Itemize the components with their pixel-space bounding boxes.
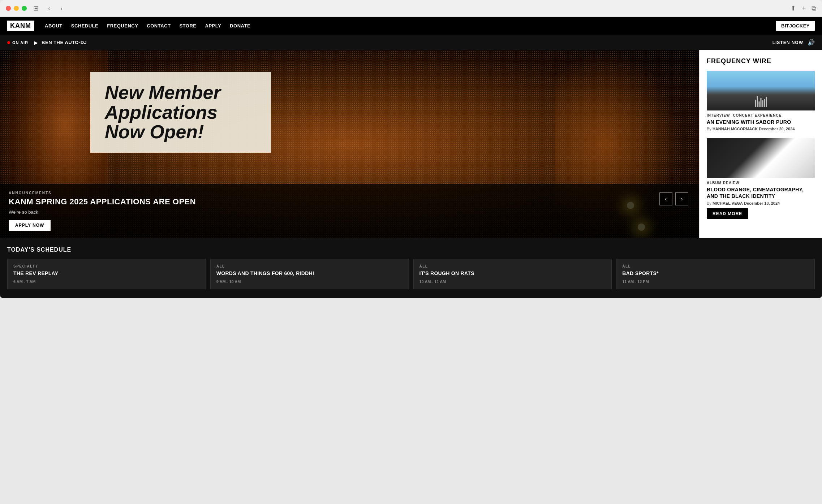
nav-contact[interactable]: CONTACT	[147, 23, 171, 29]
nav-apply[interactable]: APPLY	[205, 23, 221, 29]
current-show: BEN THE AUTO-DJ	[42, 40, 87, 45]
listen-now-link[interactable]: LISTEN NOW	[772, 40, 803, 45]
article-2-image	[707, 138, 815, 178]
hero-section: New Member Applications Now Open! ANNOUN…	[0, 50, 699, 238]
article-1-image	[707, 71, 815, 110]
schedule-card-3-title[interactable]: IT'S ROUGH ON RATS	[419, 270, 606, 277]
article-2-tag-1: ALBUM REVIEW	[707, 181, 739, 185]
article-1-tag-2: CONCERT EXPERIENCE	[733, 113, 782, 117]
article-2-tags: ALBUM REVIEW	[707, 181, 815, 185]
schedule-card-1: SPECIALTY THE REV REPLAY 6 AM - 7 AM	[7, 259, 206, 289]
logo-text: KANM	[10, 22, 31, 30]
maximize-button[interactable]	[22, 6, 27, 11]
schedule-card-1-title[interactable]: THE REV REPLAY	[13, 270, 200, 277]
on-air-label: ON AIR	[12, 40, 28, 45]
schedule-grid: SPECIALTY THE REV REPLAY 6 AM - 7 AM ALL…	[7, 259, 815, 289]
on-air-badge: ON AIR	[7, 40, 28, 45]
frequency-wire-sidebar: FREQUENCY WIRE	[699, 50, 822, 238]
website: KANM ABOUT SCHEDULE FREQUENCY CONTACT ST…	[0, 17, 822, 298]
tabs-button[interactable]: ⧉	[812, 5, 816, 12]
nav-store[interactable]: STORE	[179, 23, 196, 29]
schedule-card-3-time: 10 AM - 11 AM	[419, 279, 606, 284]
hero-title: KANM SPRING 2025 APPLICATIONS ARE OPEN	[9, 197, 690, 207]
hero-category: ANNOUNCEMENTS	[9, 191, 690, 195]
hero-prev-button[interactable]: ‹	[659, 192, 672, 205]
member-app-heading: New Member Applications Now Open!	[105, 83, 257, 142]
forward-button[interactable]: ›	[57, 4, 65, 13]
new-tab-button[interactable]: +	[802, 5, 806, 12]
schedule-card-2: ALL WORDS AND THINGS FOR 600, RIDDHI 9 A…	[210, 259, 409, 289]
close-button[interactable]	[6, 6, 11, 11]
article-1-tag-1: INTERVIEW	[707, 113, 730, 117]
back-button[interactable]: ‹	[45, 4, 53, 13]
header-right: BITJOCKEY	[776, 21, 815, 31]
browser-chrome: ⊞ ‹ › ⬆ + ⧉	[0, 0, 822, 17]
traffic-lights	[6, 6, 27, 11]
browser-controls: ⊞ ‹ › ⬆ + ⧉	[6, 4, 816, 17]
hero-subtitle: We're so back.	[9, 209, 690, 215]
schedule-card-3: ALL IT'S ROUGH ON RATS 10 AM - 11 AM	[413, 259, 612, 289]
schedule-card-2-time: 9 AM - 10 AM	[216, 279, 403, 284]
nav-about[interactable]: ABOUT	[45, 23, 63, 29]
read-more-button[interactable]: READ MORE	[707, 208, 748, 219]
schedule-card-4: ALL BAD SPORTS* 11 AM - 12 PM	[616, 259, 815, 289]
concert-image	[707, 71, 815, 110]
schedule-card-2-type: ALL	[216, 264, 403, 268]
schedule-card-4-title[interactable]: BAD SPORTS*	[622, 270, 809, 277]
browser-right-controls: ⬆ + ⧉	[791, 4, 816, 12]
on-air-bar: ON AIR ▶ BEN THE AUTO-DJ LISTEN NOW 🔊	[0, 35, 822, 50]
article-1-title[interactable]: AN EVENING WITH SABOR PURO	[707, 119, 815, 125]
schedule-title: TODAY'S SCHEDULE	[7, 247, 815, 253]
schedule-card-4-time: 11 AM - 12 PM	[622, 279, 809, 284]
nav-schedule[interactable]: SCHEDULE	[71, 23, 99, 29]
site-header: KANM ABOUT SCHEDULE FREQUENCY CONTACT ST…	[0, 17, 822, 35]
frequency-wire-article-2: ALBUM REVIEW BLOOD ORANGE, CINEMATOGRAPH…	[707, 138, 815, 219]
article-2-byline: By MICHAEL VEGA December 13, 2024	[707, 201, 815, 205]
article-2-title[interactable]: BLOOD ORANGE, CINEMATOGRAPHY, AND THE BL…	[707, 186, 815, 199]
share-button[interactable]: ⬆	[791, 4, 796, 12]
paper-image	[707, 138, 815, 178]
member-app-box: New Member Applications Now Open!	[90, 72, 271, 153]
play-button[interactable]: ▶	[34, 40, 38, 45]
site-logo[interactable]: KANM	[7, 21, 34, 31]
bitjockey-button[interactable]: BITJOCKEY	[776, 21, 815, 31]
schedule-section: TODAY'S SCHEDULE SPECIALTY THE REV REPLA…	[0, 238, 822, 298]
nav-frequency[interactable]: FREQUENCY	[107, 23, 138, 29]
schedule-card-2-title[interactable]: WORDS AND THINGS FOR 600, RIDDHI	[216, 270, 403, 277]
main-content: New Member Applications Now Open! ANNOUN…	[0, 50, 822, 238]
stage-visualization	[755, 96, 767, 107]
schedule-card-1-time: 6 AM - 7 AM	[13, 279, 200, 284]
article-1-byline: By HANNAH MCCORMACK December 20, 2024	[707, 127, 815, 131]
schedule-card-4-type: ALL	[622, 264, 809, 268]
hero-nav: ‹ ›	[659, 192, 688, 205]
article-1-tags: INTERVIEW CONCERT EXPERIENCE	[707, 113, 815, 117]
frequency-wire-article-1: INTERVIEW CONCERT EXPERIENCE AN EVENING …	[707, 71, 815, 131]
hero-caption: ANNOUNCEMENTS KANM SPRING 2025 APPLICATI…	[0, 184, 699, 238]
nav-donate[interactable]: DONATE	[230, 23, 250, 29]
volume-icon[interactable]: 🔊	[808, 39, 815, 46]
frequency-wire-title: FREQUENCY WIRE	[707, 57, 815, 65]
schedule-card-1-type: SPECIALTY	[13, 264, 200, 268]
apply-now-button[interactable]: APPLY NOW	[9, 220, 51, 231]
main-nav: ABOUT SCHEDULE FREQUENCY CONTACT STORE A…	[45, 23, 250, 29]
hero-next-button[interactable]: ›	[675, 192, 688, 205]
minimize-button[interactable]	[14, 6, 19, 11]
sidebar-toggle-button[interactable]: ⊞	[31, 4, 41, 13]
schedule-card-3-type: ALL	[419, 264, 606, 268]
on-air-dot	[7, 41, 10, 44]
